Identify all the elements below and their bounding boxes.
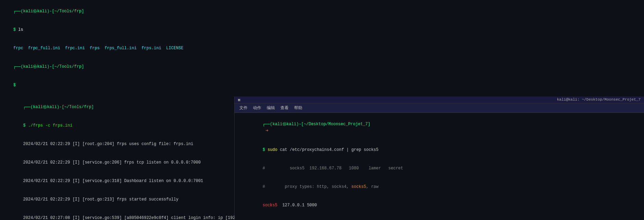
prompt-frps: ┌──(kali㉿kali)-[~/Tools/frp] [3, 98, 231, 116]
terminal-block-2: ┌──(kali㉿kali)-[~/Desktop/Moonsec_Projet… [238, 217, 641, 220]
frps-out-3: 2024/02/21 02:22:29 [I] [service.go:318]… [3, 172, 231, 190]
dollar-1: $ [13, 27, 18, 32]
cmd-ls: ls [18, 27, 23, 32]
dollar-2: $ [13, 83, 18, 88]
right-panel: ▣ kali@kali: ~/Desktop/Moonsec_Projet_7 … [235, 96, 644, 220]
ls-output-text: frpc frpc_full.ini frpc.ini frps frps_fu… [13, 46, 184, 51]
prompt-line-2: ┌──(kali㉿kali)-[~/Tools/frp] [3, 57, 641, 76]
cmd-line-empty: $ [3, 76, 641, 94]
cmd-frps: $ ./frps -c frps.ini [3, 116, 231, 135]
left-panel: ┌──(kali㉿kali)-[~/Tools/frp] $ ./frps -c… [0, 96, 235, 220]
block1-out-3: socks5 127.0.0.1 5000 [238, 196, 641, 215]
top-terminal: ┌──(kali㉿kali)-[~/Tools/frp] $ ls frpc f… [0, 0, 644, 96]
left-terminal: ┌──(kali㉿kali)-[~/Tools/frp] $ ./frps -c… [0, 96, 234, 220]
right-menu-help[interactable]: 帮助 [291, 104, 305, 112]
block1-cmd: $ sudo cat /etc/proxychains4.conf | grep… [238, 141, 641, 159]
block1-out-1: # socks5 192.168.67.78 1080 lamer secret [238, 159, 641, 178]
block1-prompt: ┌──(kali㉿kali)-[~/Desktop/Moonsec_Projet… [238, 115, 641, 141]
prompt-line-1: ┌──(kali㉿kali)-[~/Tools/frp] [3, 2, 641, 21]
prompt-frps-bracket: ┌──(kali㉿kali)-[~/Tools/frp] [23, 105, 94, 109]
right-menu-action[interactable]: 动作 [250, 104, 264, 112]
right-terminal-content: ┌──(kali㉿kali)-[~/Desktop/Moonsec_Projet… [235, 113, 644, 220]
main-area: ┌──(kali㉿kali)-[~/Tools/frp] $ ./frps -c… [0, 96, 644, 220]
right-menu-file[interactable]: 文件 [237, 104, 250, 112]
cmd-line-ls: $ ls [3, 21, 641, 39]
right-menu-edit[interactable]: 编辑 [264, 104, 278, 112]
terminal-block-1: ┌──(kali㉿kali)-[~/Desktop/Moonsec_Projet… [238, 115, 641, 215]
frps-out-2: 2024/02/21 02:22:29 [I] [service.go:206]… [3, 153, 231, 172]
right-title-text: kali@kali: ~/Desktop/Moonsec_Projet_7 [557, 98, 641, 102]
right-menu-view[interactable]: 查看 [278, 104, 291, 112]
frps-out-4: 2024/02/21 02:22:29 [I] [root.go:213] fr… [3, 190, 231, 209]
frps-out-1: 2024/02/21 02:22:29 [I] [root.go:204] fr… [3, 135, 231, 153]
prompt-2: ┌──(kali㉿kali)-[~/Tools/frp] [13, 64, 84, 69]
right-titlebar: ▣ kali@kali: ~/Desktop/Moonsec_Projet_7 [235, 96, 644, 103]
frps-out-5: 2024/02/21 02:27:08 [I] [service.go:539]… [3, 209, 231, 220]
dollar-frps: $ [23, 123, 28, 128]
right-title-icon: ▣ [238, 98, 240, 102]
arrow-1: ➜ [263, 128, 268, 133]
ls-output: frpc frpc_full.ini frpc.ini frps frps_fu… [3, 39, 641, 57]
right-menubar[interactable]: 文件 动作 编辑 查看 帮助 [235, 103, 644, 113]
block2-prompt: ┌──(kali㉿kali)-[~/Desktop/Moonsec_Projet… [238, 217, 641, 220]
block1-out-2: # proxy types: http, socks4, socks5, raw [238, 178, 641, 196]
cmd-frps-text: ./frps -c frps.ini [28, 123, 73, 128]
prompt-1: ┌──(kali㉿kali)-[~/Tools/frp] [13, 9, 84, 14]
